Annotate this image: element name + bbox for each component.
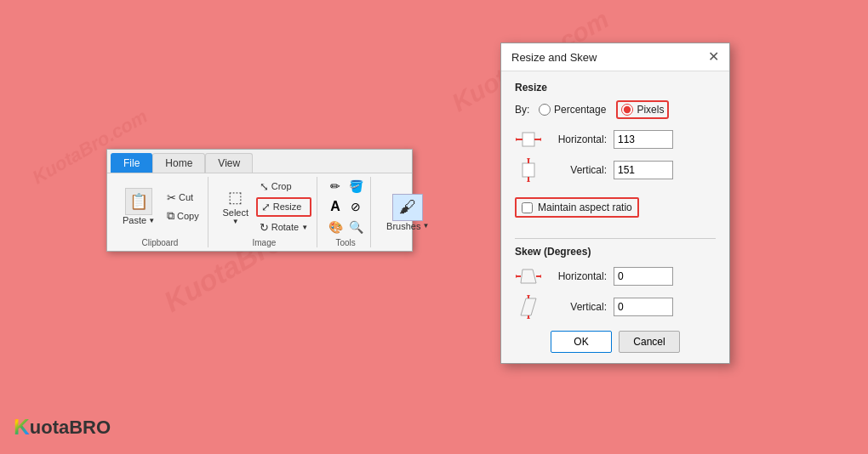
cut-button[interactable]: ✂ Cut	[163, 190, 203, 206]
resize-icon: ⤢	[261, 201, 271, 213]
tools-inner: ✏ 🪣 A ⊘ 🎨 🔍	[326, 177, 365, 236]
pixels-option[interactable]: Pixels	[616, 100, 669, 119]
svg-marker-19	[527, 316, 530, 319]
resize-horizontal-input[interactable]	[614, 130, 673, 149]
colorpick-icon[interactable]: 🎨	[326, 218, 345, 236]
logo-uota: uota	[30, 417, 69, 439]
skew-vertical-label: Vertical:	[549, 301, 607, 313]
percentage-option[interactable]: Percentage	[539, 104, 606, 116]
crop-resize-rotate: ⤡ Crop ⤢ Resize ↻ Rotate ▼	[256, 179, 311, 236]
percentage-label: Percentage	[554, 104, 606, 116]
svg-marker-4	[539, 138, 541, 141]
tools-label: Tools	[335, 238, 355, 247]
logo-k: K	[14, 414, 30, 440]
clipboard-inner: 📋 Paste ▼ ✂ Cut ⧉	[117, 177, 203, 236]
svg-marker-17	[527, 295, 530, 298]
copy-icon: ⧉	[167, 209, 174, 223]
brushes-button[interactable]: 🖌 Brushes ▼	[380, 192, 436, 233]
resize-vertical-label: Vertical:	[549, 164, 607, 176]
maintain-aspect-label[interactable]: Maintain aspect ratio	[515, 197, 639, 218]
paint-ribbon: File Home View 📋 Paste ▼	[107, 150, 412, 251]
skew-horizontal-row: Horizontal:	[515, 264, 716, 288]
radio-group: Percentage Pixels	[539, 100, 669, 119]
rotate-icon: ↻	[260, 221, 269, 234]
resize-button[interactable]: ⤢ Resize	[256, 197, 311, 217]
brushes-label: Brushes	[386, 221, 420, 231]
tools-icons: ✏ 🪣 A ⊘ 🎨 🔍	[326, 177, 365, 236]
skew-section-label: Skew (Degrees)	[515, 246, 716, 258]
select-icon: ⬚	[228, 188, 243, 207]
brushes-icon: 🖌	[392, 194, 423, 221]
resize-vertical-icon	[515, 158, 542, 182]
skew-horizontal-input[interactable]	[614, 267, 673, 286]
rotate-arrow: ▼	[301, 224, 308, 231]
select-button[interactable]: ⬚ Select ▼	[217, 186, 254, 227]
resize-vertical-input[interactable]	[614, 161, 673, 179]
cut-copy-group: ✂ Cut ⧉ Copy	[163, 190, 203, 224]
text-icon[interactable]: A	[326, 197, 345, 216]
cancel-button[interactable]: Cancel	[619, 331, 680, 353]
copy-button[interactable]: ⧉ Copy	[163, 207, 203, 224]
svg-marker-15	[521, 298, 536, 315]
svg-marker-2	[516, 138, 518, 141]
brushes-arrow: ▼	[422, 222, 429, 230]
brushes-inner: 🖌 Brushes ▼	[380, 177, 436, 247]
rotate-button[interactable]: ↻ Rotate ▼	[256, 219, 311, 236]
pixels-label: Pixels	[637, 104, 664, 116]
eraser-icon[interactable]: ⊘	[346, 197, 365, 216]
resize-section-label: Resize	[515, 82, 716, 94]
crop-button[interactable]: ⤡ Crop	[256, 179, 311, 195]
tab-file[interactable]: File	[111, 153, 152, 173]
copy-label: Copy	[177, 211, 199, 221]
pixels-radio[interactable]	[621, 104, 633, 116]
cut-icon: ✂	[167, 191, 176, 204]
close-button[interactable]: ✕	[708, 50, 719, 64]
dialog-title: Resize and Skew	[511, 51, 597, 64]
paste-button[interactable]: 📋 Paste ▼	[117, 186, 160, 227]
crop-label: Crop	[271, 181, 292, 191]
clipboard-label: Clipboard	[141, 238, 178, 247]
paste-label: Paste	[123, 215, 146, 225]
percentage-radio[interactable]	[539, 104, 551, 116]
dialog-titlebar: Resize and Skew ✕	[501, 43, 729, 71]
maintain-aspect-checkbox[interactable]	[522, 202, 533, 213]
skew-horizontal-label: Horizontal:	[549, 270, 607, 282]
by-label: By:	[515, 104, 532, 116]
maintain-aspect-container: Maintain aspect ratio	[515, 189, 716, 228]
clipboard-group: 📋 Paste ▼ ✂ Cut ⧉	[112, 177, 208, 247]
svg-marker-12	[516, 275, 518, 278]
dialog-buttons: OK Cancel	[515, 331, 716, 353]
svg-rect-0	[523, 133, 534, 146]
magnify-icon[interactable]: 🔍	[346, 218, 365, 236]
svg-marker-7	[527, 158, 530, 161]
svg-marker-14	[539, 275, 541, 278]
select-label: Select	[222, 207, 248, 218]
section-divider	[515, 238, 716, 239]
image-inner: ⬚ Select ▼ ⤡ Crop ⤢ Resize	[217, 177, 311, 236]
resize-skew-dialog: Resize and Skew ✕ Resize By: Percentage …	[500, 43, 730, 364]
skew-vertical-row: Vertical:	[515, 295, 716, 319]
svg-marker-10	[521, 270, 536, 283]
paint-window: File Home View 📋 Paste ▼	[106, 149, 413, 252]
resize-horizontal-row: Horizontal:	[515, 128, 716, 151]
ok-button[interactable]: OK	[551, 331, 612, 353]
skew-vertical-icon	[515, 295, 542, 319]
fill-icon[interactable]: 🪣	[346, 177, 365, 196]
resize-label: Resize	[273, 201, 302, 212]
tab-view[interactable]: View	[205, 153, 253, 173]
svg-rect-5	[523, 163, 534, 177]
resize-vertical-row: Vertical:	[515, 158, 716, 182]
dialog-body: Resize By: Percentage Pixels	[501, 71, 729, 363]
logo-bro: BRO	[69, 417, 111, 439]
maintain-aspect-text: Maintain aspect ratio	[538, 201, 632, 213]
rotate-label: Rotate	[271, 222, 299, 232]
skew-horizontal-icon	[515, 264, 542, 288]
crop-icon: ⤡	[260, 180, 269, 193]
image-label: Image	[253, 238, 277, 247]
cut-label: Cut	[179, 192, 193, 202]
tab-home[interactable]: Home	[152, 153, 205, 173]
skew-vertical-input[interactable]	[614, 298, 673, 316]
paste-dropdown-arrow: ▼	[148, 217, 155, 224]
select-arrow: ▼	[232, 218, 239, 225]
pencil-icon[interactable]: ✏	[326, 177, 345, 196]
